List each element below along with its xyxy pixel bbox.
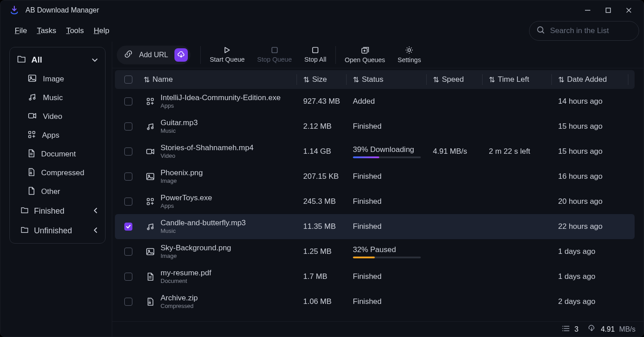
row-date: 1 days ago — [558, 272, 628, 281]
sidebar-item-label: Apps — [42, 131, 59, 140]
svg-point-7 — [30, 76, 32, 78]
row-size: 1.25 MB — [303, 247, 346, 256]
search-icon — [537, 26, 545, 36]
column-status[interactable]: ⇅Status — [353, 75, 426, 84]
row-status: Finished — [353, 122, 426, 131]
column-date-added[interactable]: ⇅Date Added — [558, 75, 628, 84]
menu-tools[interactable]: Tools — [66, 26, 84, 35]
sidebar-item-video[interactable]: Video — [12, 107, 103, 126]
maximize-button[interactable] — [604, 6, 612, 14]
svg-point-28 — [152, 127, 153, 129]
sort-icon: ⇅ — [433, 75, 439, 84]
download-row[interactable]: Stories-of-Shahnameh.mp4Video 1.14 GB 39… — [115, 139, 635, 164]
svg-point-27 — [148, 128, 149, 130]
row-checkbox[interactable] — [124, 97, 132, 105]
chevron-left-icon — [93, 206, 98, 216]
open-queues-button[interactable]: Open Queues — [339, 43, 391, 67]
compressed-icon — [28, 168, 35, 179]
download-row[interactable]: Archive.zipCompressed 1.06 MB Finished 2… — [115, 289, 635, 314]
column-speed[interactable]: ⇅Speed — [433, 75, 482, 84]
row-checkbox[interactable] — [124, 122, 132, 131]
svg-point-36 — [152, 227, 153, 229]
app-window: AB Download Manager File Tasks Tools Hel… — [0, 0, 644, 337]
sort-icon: ⇅ — [303, 75, 309, 84]
select-all-checkbox[interactable] — [124, 76, 132, 84]
row-checkbox[interactable] — [124, 147, 132, 156]
sidebar-group-all[interactable]: All — [12, 50, 103, 70]
svg-rect-24 — [147, 98, 149, 101]
svg-rect-26 — [147, 102, 149, 105]
row-size: 207.15 KB — [303, 172, 346, 181]
row-checkbox[interactable] — [124, 173, 132, 181]
toolbar: Add URL Start Queue Stop Queue Stop All — [112, 42, 644, 68]
sidebar-section-finished[interactable]: Finished — [12, 201, 103, 221]
row-status: 32% Paused — [353, 245, 426, 258]
svg-point-46 — [562, 326, 563, 327]
sidebar-item-label: Music — [43, 93, 63, 102]
document-icon — [144, 272, 157, 281]
row-checkbox[interactable] — [124, 223, 132, 231]
svg-rect-33 — [151, 198, 153, 201]
row-size: 2.12 MB — [303, 122, 346, 131]
column-time-left[interactable]: ⇅Time Left — [489, 75, 551, 84]
minimize-button[interactable] — [584, 6, 592, 14]
status-count: 3 — [575, 325, 579, 333]
settings-button[interactable]: Settings — [391, 43, 427, 67]
stop-all-button[interactable]: Stop All — [298, 43, 333, 67]
music-icon — [28, 93, 37, 103]
sidebar-section-unfinished[interactable]: Unfinished — [12, 221, 103, 240]
svg-rect-34 — [147, 202, 149, 205]
download-row[interactable]: Candle-and-butterfly.mp3Music 11.35 MB F… — [115, 214, 635, 239]
row-status: Finished — [353, 272, 426, 281]
download-row[interactable]: IntelliJ-Idea-Community-Edition.exeApps … — [115, 89, 635, 114]
column-size[interactable]: ⇅Size — [303, 75, 346, 84]
download-row[interactable]: Phoenix.pngImage 207.15 KB Finished 16 h… — [115, 164, 635, 189]
row-size: 1.7 MB — [303, 272, 346, 281]
svg-point-48 — [562, 330, 563, 331]
sidebar-item-label: Image — [43, 75, 64, 84]
sidebar-item-compressed[interactable]: Compressed — [12, 164, 103, 182]
download-row[interactable]: Sky-Background.pngImage 1.25 MB 32% Paus… — [115, 239, 635, 264]
row-filename: IntelliJ-Idea-Community-Edition.exe — [161, 93, 280, 102]
row-category: Apps — [161, 103, 280, 110]
close-button[interactable] — [625, 6, 633, 14]
sort-icon: ⇅ — [144, 75, 150, 84]
column-name[interactable]: ⇅Name — [142, 75, 297, 84]
row-checkbox[interactable] — [124, 273, 132, 281]
download-row[interactable]: PowerToys.exeApps 245.3 MB Finished 20 h… — [115, 189, 635, 214]
download-speed-icon — [587, 325, 596, 334]
svg-rect-37 — [147, 249, 154, 255]
sidebar-item-document[interactable]: Document — [12, 145, 103, 164]
start-queue-button[interactable]: Start Queue — [203, 43, 251, 67]
sidebar-item-other[interactable]: Other — [12, 182, 103, 201]
download-row[interactable]: my-resume.pdfDocument 1.7 MB Finished 1 … — [115, 264, 635, 289]
row-category: Image — [161, 253, 231, 260]
list-icon — [562, 325, 570, 333]
sidebar-item-image[interactable]: Image — [12, 70, 103, 88]
image-icon — [144, 173, 157, 181]
svg-point-31 — [148, 175, 150, 176]
search-box[interactable] — [529, 21, 639, 41]
search-input[interactable] — [550, 26, 631, 35]
row-checkbox[interactable] — [124, 198, 132, 206]
row-checkbox[interactable] — [124, 248, 132, 256]
row-date: 14 hours ago — [558, 97, 628, 106]
stop-queue-button[interactable]: Stop Queue — [251, 43, 298, 67]
download-list[interactable]: IntelliJ-Idea-Community-Edition.exeApps … — [112, 89, 644, 321]
add-url-button[interactable]: Add URL — [117, 46, 191, 64]
svg-rect-11 — [29, 131, 31, 134]
menu-tasks[interactable]: Tasks — [37, 26, 56, 35]
menu-file[interactable]: File — [15, 26, 27, 35]
app-title: AB Download Manager — [25, 6, 584, 14]
sidebar-item-music[interactable]: Music — [12, 88, 103, 107]
row-filename: Phoenix.png — [161, 168, 203, 177]
folder-icon — [21, 226, 29, 236]
sidebar-item-apps[interactable]: Apps — [12, 126, 103, 145]
download-row[interactable]: Guitar.mp3Music 2.12 MB Finished 15 hour… — [115, 114, 635, 139]
menu-help[interactable]: Help — [94, 26, 110, 35]
sidebar-item-label: Other — [41, 187, 60, 196]
sort-icon: ⇅ — [558, 75, 564, 84]
row-checkbox[interactable] — [124, 298, 132, 306]
main-area: Add URL Start Queue Stop Queue Stop All — [112, 42, 644, 337]
svg-rect-6 — [29, 75, 36, 81]
